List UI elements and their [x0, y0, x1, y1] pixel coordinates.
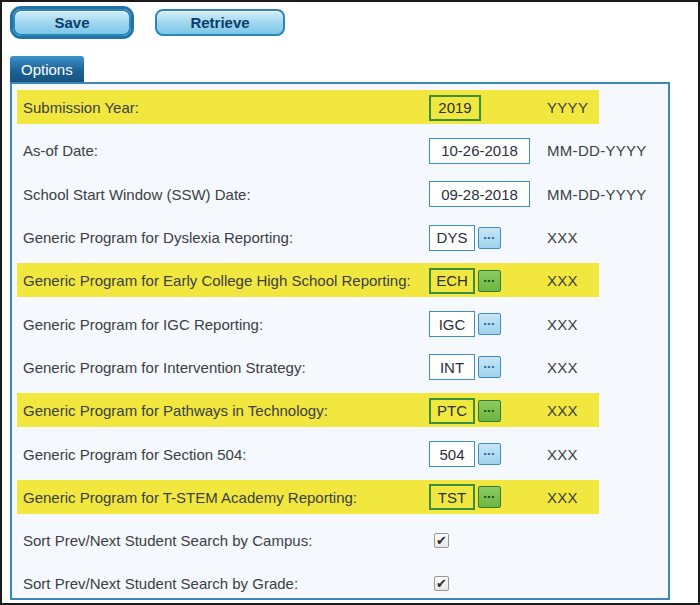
ellipsis-icon: •••: [484, 407, 495, 415]
tstem-program-label: Generic Program for T-STEM Academy Repor…: [23, 489, 429, 506]
row-intervention-program: Generic Program for Intervention Strateg…: [12, 346, 668, 389]
ellipsis-icon: •••: [484, 234, 495, 242]
ssw-date-input[interactable]: [429, 181, 530, 207]
igc-program-input[interactable]: [429, 311, 475, 337]
sort-by-grade-checkbox[interactable]: ✔: [434, 576, 449, 591]
early-college-program-input[interactable]: [429, 268, 475, 294]
row-submission-year: Submission Year: YYYY: [12, 86, 668, 129]
row-igc-program: Generic Program for IGC Reporting: ••• X…: [12, 302, 668, 345]
row-sort-by-campus: Sort Prev/Next Student Search by Campus:…: [12, 519, 668, 562]
intervention-format-hint: XXX: [547, 359, 578, 376]
intervention-lookup-button[interactable]: •••: [478, 356, 501, 378]
ellipsis-icon: •••: [484, 320, 495, 328]
as-of-date-format-hint: MM-DD-YYYY: [547, 142, 647, 159]
section504-program-label: Generic Program for Section 504:: [23, 446, 429, 463]
row-early-college-program: Generic Program for Early College High S…: [12, 259, 668, 302]
section504-program-input[interactable]: [429, 441, 475, 467]
as-of-date-label: As-of Date:: [23, 142, 429, 159]
row-section504-program: Generic Program for Section 504: ••• XXX: [12, 432, 668, 475]
sort-by-campus-checkbox[interactable]: ✔: [434, 533, 449, 548]
row-ssw-date: School Start Window (SSW) Date: MM-DD-YY…: [12, 173, 668, 216]
early-college-lookup-button[interactable]: •••: [478, 270, 501, 292]
ellipsis-icon: •••: [484, 363, 495, 371]
igc-program-label: Generic Program for IGC Reporting:: [23, 316, 429, 333]
dyslexia-program-label: Generic Program for Dyslexia Reporting:: [23, 229, 429, 246]
pathways-lookup-button[interactable]: •••: [478, 400, 501, 422]
early-college-format-hint: XXX: [547, 272, 578, 289]
ellipsis-icon: •••: [484, 493, 495, 501]
app-window: Save Retrieve Options Submission Year: Y…: [0, 0, 700, 605]
row-sort-by-grade: Sort Prev/Next Student Search by Grade: …: [12, 562, 668, 605]
options-panel: Submission Year: YYYY As-of Date: MM-DD-…: [10, 82, 670, 600]
row-dyslexia-program: Generic Program for Dyslexia Reporting: …: [12, 216, 668, 259]
early-college-program-label: Generic Program for Early College High S…: [23, 272, 429, 289]
dyslexia-lookup-button[interactable]: •••: [478, 227, 501, 249]
ssw-date-format-hint: MM-DD-YYYY: [547, 186, 647, 203]
intervention-program-input[interactable]: [429, 354, 475, 380]
row-tstem-program: Generic Program for T-STEM Academy Repor…: [12, 476, 668, 519]
check-icon: ✔: [436, 534, 447, 547]
row-pathways-program: Generic Program for Pathways in Technolo…: [12, 389, 668, 432]
as-of-date-input[interactable]: [429, 138, 530, 164]
tstem-program-input[interactable]: [429, 484, 475, 510]
row-as-of-date: As-of Date: MM-DD-YYYY: [12, 129, 668, 172]
submission-year-input[interactable]: [429, 95, 481, 121]
submission-year-label: Submission Year:: [23, 99, 429, 116]
pathways-program-input[interactable]: [429, 398, 475, 424]
pathways-format-hint: XXX: [547, 402, 578, 419]
ssw-date-label: School Start Window (SSW) Date:: [23, 186, 429, 203]
save-button[interactable]: Save: [13, 9, 131, 36]
sort-by-grade-label: Sort Prev/Next Student Search by Grade:: [23, 575, 429, 592]
tstem-lookup-button[interactable]: •••: [478, 486, 501, 508]
igc-format-hint: XXX: [547, 316, 578, 333]
dyslexia-program-input[interactable]: [429, 225, 475, 251]
tstem-format-hint: XXX: [547, 489, 578, 506]
pathways-program-label: Generic Program for Pathways in Technolo…: [23, 402, 429, 419]
intervention-program-label: Generic Program for Intervention Strateg…: [23, 359, 429, 376]
check-icon: ✔: [436, 577, 447, 590]
section504-format-hint: XXX: [547, 446, 578, 463]
ellipsis-icon: •••: [484, 450, 495, 458]
options-form: Submission Year: YYYY As-of Date: MM-DD-…: [12, 84, 668, 605]
sort-by-campus-label: Sort Prev/Next Student Search by Campus:: [23, 532, 429, 549]
section504-lookup-button[interactable]: •••: [478, 443, 501, 465]
ellipsis-icon: •••: [484, 277, 495, 285]
retrieve-button[interactable]: Retrieve: [155, 9, 285, 36]
tab-options[interactable]: Options: [10, 56, 84, 82]
dyslexia-format-hint: XXX: [547, 229, 578, 246]
igc-lookup-button[interactable]: •••: [478, 313, 501, 335]
submission-year-format-hint: YYYY: [547, 99, 588, 116]
